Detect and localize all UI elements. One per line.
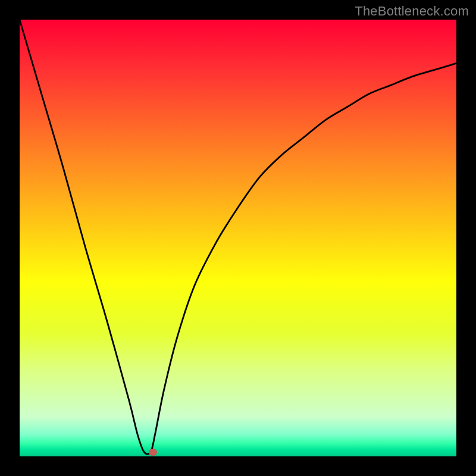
bottleneck-curve xyxy=(20,20,456,456)
optimal-point-marker xyxy=(149,449,157,456)
watermark-text: TheBottleneck.com xyxy=(355,4,469,19)
chart-frame: TheBottleneck.com xyxy=(0,0,476,476)
plot-area xyxy=(20,20,456,456)
